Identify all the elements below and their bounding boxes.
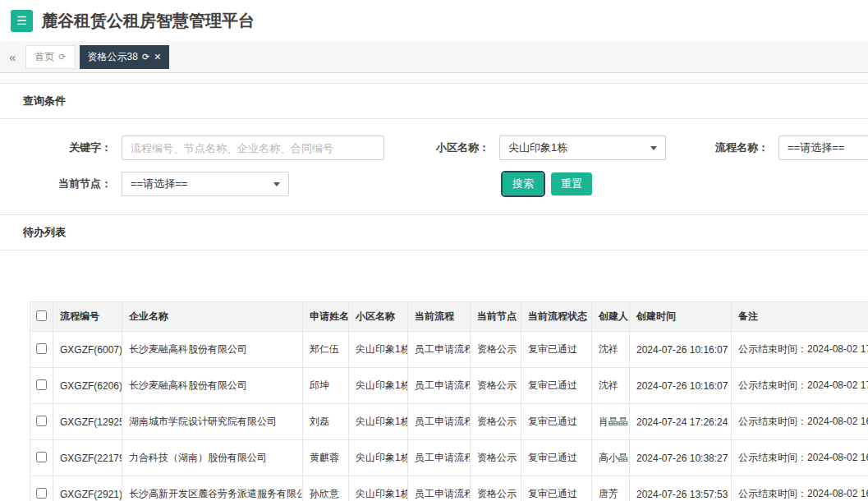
table-cell: 员工申请流程 [408,332,471,368]
reset-button[interactable]: 重置 [551,172,592,196]
table-cell: 员工申请流程 [408,368,471,404]
column-header: 创建时间 [630,302,732,332]
checkbox-cell [30,476,53,501]
table-cell: 肖晶晶 [592,404,630,440]
table-cell: GXGZF(2921) [53,476,122,501]
close-icon[interactable]: ✕ [154,53,161,62]
row-checkbox[interactable] [36,379,47,390]
column-header: 备注 [732,302,868,332]
table-cell: 长沙麦融高科股份有限公司 [122,332,303,368]
collapse-tabs-icon[interactable]: « [3,50,21,64]
table-row: GXGZF(6206)长沙麦融高科股份有限公司邱坤尖山印象1栋员工申请流程资格公… [30,368,868,404]
todo-panel-title: 待办列表 [0,215,868,250]
column-header: 流程编号 [53,302,122,332]
table-cell: 尖山印象1栋 [349,440,408,476]
table-cell: 复审已通过 [521,476,592,501]
row-checkbox[interactable] [36,452,47,462]
table-body: GXGZF(6007)长沙麦融高科股份有限公司郑仁伍尖山印象1栋员工申请流程资格… [30,332,868,501]
table-cell: 2024-07-26 10:16:07 [630,332,732,368]
select-value: ==请选择== [788,140,844,155]
table-row: GXGZF(12925)湖南城市学院设计研究院有限公司刘磊尖山印象1栋员工申请流… [30,404,868,440]
keyword-input[interactable] [122,136,384,160]
row-checkbox[interactable] [36,416,47,426]
tab-label: 资格公示38 [88,50,138,64]
chevron-down-icon [273,182,280,186]
table-cell: 资格公示 [471,332,521,368]
table-cell: 资格公示 [471,440,521,476]
table-cell: 湖南城市学院设计研究院有限公司 [122,404,303,440]
community-select[interactable]: 尖山印象1栋 [499,136,666,160]
app-title: 麓谷租赁公租房智慧管理平台 [41,10,255,32]
menu-button[interactable]: ☰ [11,10,33,32]
app-header: ☰ 麓谷租赁公租房智慧管理平台 [0,0,868,41]
column-header: 当前流程状态 [521,302,592,332]
checkbox-cell [30,368,53,404]
table-cell: 复审已通过 [521,404,592,440]
table-header-row: 流程编号企业名称申请姓名小区名称当前流程当前节点当前流程状态创建人创建时间备注 [30,302,868,332]
keyword-label: 关键字： [0,140,122,155]
table-cell: 公示结束时间：2024-08-02 16:48:41 [732,476,868,501]
table-cell: 公示结束时间：2024-08-02 16:48:56 [732,404,868,440]
table-cell: 邱坤 [303,368,349,404]
tab-bar: « 首页 ⟳ 资格公示38 ⟳ ✕ [0,41,868,73]
checkbox-cell [30,440,53,476]
table-row: GXGZF(2921)长沙高新开发区麓谷劳务派遣服务有限公司孙欣意尖山印象1栋员… [30,476,868,501]
column-header: 创建人 [592,302,630,332]
query-panel: 查询条件 关键字： 小区名称： 尖山印象1栋 流程名称： ==请选择== [0,83,868,214]
table-cell: 公示结束时间：2024-08-02 16:48:43 [732,440,868,476]
column-header: 当前流程 [408,302,471,332]
search-button[interactable]: 搜索 [503,172,544,196]
table-cell: 员工申请流程 [408,440,471,476]
table-cell: 员工申请流程 [408,476,471,501]
select-value: 尖山印象1栋 [508,140,567,155]
table-cell: 长沙麦融高科股份有限公司 [122,368,303,404]
select-all-cell [30,302,53,332]
node-select[interactable]: ==请选择== [122,172,289,196]
table-cell: 黄麒蓉 [303,440,349,476]
checkbox-cell [30,404,53,440]
table-cell: 沈祥 [592,332,630,368]
select-value: ==请选择== [131,177,187,191]
query-form: 关键字： 小区名称： 尖山印象1栋 流程名称： ==请选择== 当前节点： [0,119,868,214]
table-cell: 郑仁伍 [303,332,349,368]
table-cell: 沈祥 [592,368,630,404]
tab-qualification-publicity[interactable]: 资格公示38 ⟳ ✕ [80,45,170,69]
table-cell: GXGZF(6007) [53,332,122,368]
refresh-icon[interactable]: ⟳ [58,53,66,62]
community-label: 小区名称： [384,140,499,155]
row-checkbox[interactable] [36,343,47,354]
table-cell: 2024-07-26 10:16:07 [630,368,732,404]
table-cell: 刘磊 [303,404,349,440]
query-panel-title: 查询条件 [0,84,868,119]
todo-table-wrap: 流程编号企业名称申请姓名小区名称当前流程当前节点当前流程状态创建人创建时间备注 … [0,250,868,501]
checkbox-cell [30,332,53,368]
row-checkbox[interactable] [36,488,47,499]
table-cell: 员工申请流程 [408,404,471,440]
table-row: GXGZF(22179)力合科技（湖南）股份有限公司黄麒蓉尖山印象1栋员工申请流… [30,440,868,476]
table-cell: 2024-07-24 17:26:24 [630,404,732,440]
column-header: 当前节点 [471,302,521,332]
table-cell: 高小晶 [592,440,630,476]
table-cell: 力合科技（湖南）股份有限公司 [122,440,303,476]
process-select[interactable]: ==请选择== [778,136,868,160]
table-cell: 尖山印象1栋 [349,476,408,501]
table-row: GXGZF(6007)长沙麦融高科股份有限公司郑仁伍尖山印象1栋员工申请流程资格… [30,332,868,368]
tab-home[interactable]: 首页 ⟳ [25,45,75,69]
table-cell: 尖山印象1栋 [349,332,408,368]
table-cell: 孙欣意 [303,476,349,501]
table-cell: 复审已通过 [521,368,592,404]
todo-panel: 待办列表 流程编号企业名称申请姓名小区名称当前流程当前节点当前流程状态创建人创建… [0,214,868,501]
column-header: 小区名称 [349,302,408,332]
select-all-checkbox[interactable] [36,310,47,321]
node-label: 当前节点： [0,177,122,191]
table-cell: GXGZF(22179) [53,440,122,476]
refresh-icon[interactable]: ⟳ [142,53,149,62]
table-cell: 尖山印象1栋 [349,368,408,404]
column-header: 企业名称 [122,302,303,332]
table-cell: 公示结束时间：2024-08-02 17:28:42 [732,368,868,404]
table-cell: 2024-07-26 13:57:53 [630,476,732,501]
table-cell: 2024-07-26 10:38:27 [630,440,732,476]
tab-label: 首页 [34,50,54,64]
table-cell: GXGZF(12925) [53,404,122,440]
hamburger-icon: ☰ [16,15,27,26]
